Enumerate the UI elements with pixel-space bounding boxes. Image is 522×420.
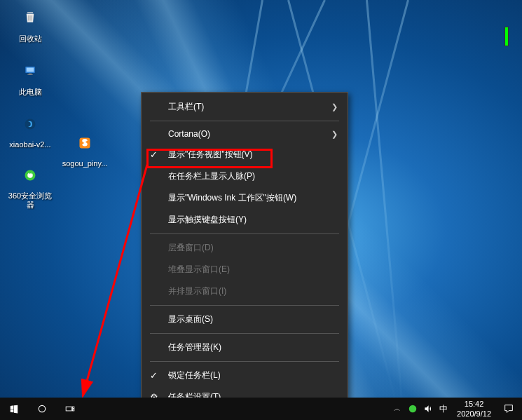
menu-label: 锁定任务栏(L) <box>168 370 221 381</box>
taskview-icon <box>65 404 75 414</box>
chevron-up-icon: ︿ <box>394 404 401 414</box>
svg-point-4 <box>25 119 36 130</box>
chevron-right-icon: ❯ <box>331 102 338 111</box>
start-button[interactable] <box>0 398 28 420</box>
menu-separator <box>150 121 339 121</box>
menu-label: 显示"任务视图"按钮(V) <box>168 149 253 161</box>
menu-label: Cortana(O) <box>168 129 210 139</box>
menu-cascade: 层叠窗口(D) <box>142 237 348 259</box>
svg-point-9 <box>39 405 45 412</box>
svg-rect-12 <box>73 409 74 411</box>
icon-label: 回收站 <box>19 34 42 44</box>
ime-label: 中 <box>439 403 448 415</box>
check-icon: ✓ <box>150 370 158 381</box>
taskbar-clock[interactable]: 15:42 2020/9/12 <box>451 399 497 419</box>
menu-cortana[interactable]: Cortana(O) ❯ <box>142 124 348 144</box>
svg-rect-2 <box>29 74 32 75</box>
this-pc-icon[interactable]: 此电脑 <box>6 57 55 97</box>
svg-rect-1 <box>27 68 34 72</box>
svg-rect-10 <box>66 407 71 411</box>
clock-time: 15:42 <box>457 399 491 409</box>
svg-point-13 <box>409 405 417 413</box>
windows-icon <box>9 404 19 414</box>
app-icon <box>24 118 36 130</box>
menu-stacked: 堆叠显示窗口(E) <box>142 259 348 280</box>
sogou-app-icon <box>78 137 91 149</box>
action-center-button[interactable] <box>497 398 521 420</box>
menu-lock-taskbar[interactable]: ✓ 锁定任务栏(L) <box>142 365 348 386</box>
menu-show-touch-keyboard[interactable]: 显示触摸键盘按钮(Y) <box>142 209 348 231</box>
taskbar-context-menu: 工具栏(T) ❯ Cortana(O) ❯ ✓ 显示"任务视图"按钮(V) 在任… <box>141 92 348 412</box>
cortana-search-button[interactable] <box>28 398 56 420</box>
recycle-bin-icon[interactable]: 回收站 <box>6 4 55 44</box>
menu-show-people[interactable]: 在任务栏上显示人脉(P) <box>142 165 348 187</box>
battery-indicator <box>504 27 509 46</box>
menu-task-manager[interactable]: 任务管理器(K) <box>142 337 348 358</box>
menu-label: 显示桌面(S) <box>168 313 213 325</box>
notification-icon <box>503 403 514 414</box>
icon-label: xiaobai-v2... <box>9 140 50 149</box>
computer-icon <box>24 65 36 77</box>
volume-icon <box>423 404 433 414</box>
menu-separator <box>150 361 339 362</box>
browser360-icon[interactable]: 360安全浏览器 <box>6 161 55 210</box>
icon-label: 此电脑 <box>19 87 42 97</box>
menu-label: 并排显示窗口(I) <box>168 285 226 297</box>
trash-icon <box>24 11 36 24</box>
menu-label: 任务管理器(K) <box>168 341 221 353</box>
menu-label: 堆叠显示窗口(E) <box>168 264 230 276</box>
menu-separator <box>150 333 339 334</box>
tray-chevron-up[interactable]: ︿ <box>390 398 405 420</box>
xiaobai-icon[interactable]: xiaobai-v2... <box>6 110 55 149</box>
menu-label: 显示触摸键盘按钮(Y) <box>168 214 247 226</box>
menu-separator <box>150 305 339 306</box>
menu-label: 显示"Windows Ink 工作区"按钮(W) <box>168 192 296 204</box>
task-view-button[interactable] <box>56 398 84 420</box>
tray-360-icon[interactable] <box>405 398 420 420</box>
menu-separator <box>150 233 339 234</box>
tray-volume-icon[interactable] <box>420 398 436 420</box>
taskbar: ︿ 中 15:42 2020/9/12 <box>0 398 522 420</box>
circle-icon <box>37 404 47 414</box>
menu-label: 在任务栏上显示人脉(P) <box>168 170 255 182</box>
icon-label: sogou_piny... <box>62 159 108 168</box>
menu-show-desktop[interactable]: 显示桌面(S) <box>142 309 348 330</box>
shield-icon <box>408 404 418 414</box>
chevron-right-icon: ❯ <box>331 130 338 139</box>
svg-rect-11 <box>73 407 74 408</box>
browser-icon <box>24 169 36 182</box>
menu-sidebyside: 并排显示窗口(I) <box>142 280 348 302</box>
sogou-icon[interactable]: sogou_piny... <box>60 129 109 168</box>
menu-show-ink[interactable]: 显示"Windows Ink 工作区"按钮(W) <box>142 187 348 209</box>
menu-label: 工具栏(T) <box>168 101 204 113</box>
clock-date: 2020/9/12 <box>457 409 491 419</box>
menu-label: 层叠窗口(D) <box>168 242 214 254</box>
svg-point-6 <box>27 172 33 178</box>
icon-label: 360安全浏览器 <box>6 191 54 210</box>
check-icon: ✓ <box>150 149 158 160</box>
tray-ime-icon[interactable]: 中 <box>436 398 451 420</box>
menu-show-taskview[interactable]: ✓ 显示"任务视图"按钮(V) <box>142 144 348 165</box>
svg-rect-3 <box>27 74 33 75</box>
menu-toolbars[interactable]: 工具栏(T) ❯ <box>142 96 348 118</box>
